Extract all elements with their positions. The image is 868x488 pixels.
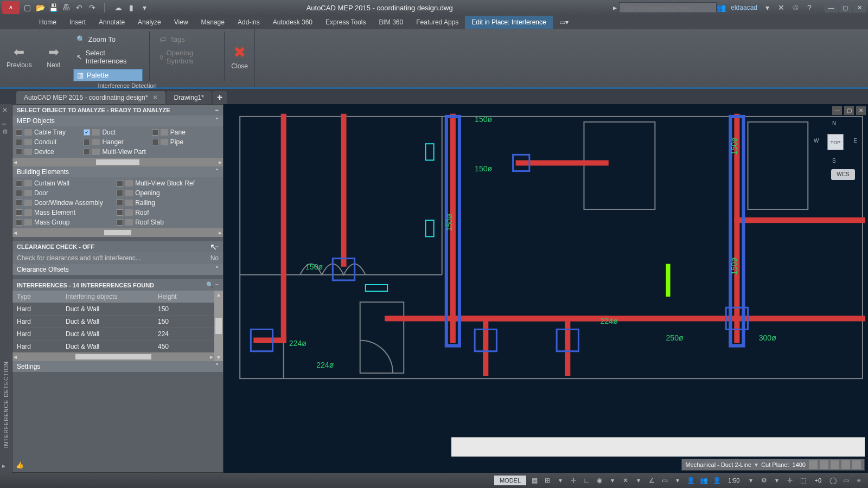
- a360-icon[interactable]: ♲: [791, 3, 800, 12]
- cube-icon[interactable]: ⬚: [798, 476, 808, 485]
- checkbox-item[interactable]: Cable Tray: [15, 127, 82, 137]
- checkbox-item[interactable]: Device: [15, 147, 82, 157]
- model-space-button[interactable]: MODEL: [494, 476, 526, 485]
- clearance-check-row[interactable]: Check for clearances and soft interferen…: [12, 252, 223, 264]
- gear-icon[interactable]: ⚙: [2, 128, 10, 136]
- circle-icon[interactable]: ◯: [828, 476, 838, 485]
- new-tab-button[interactable]: ✚: [213, 91, 227, 104]
- checkbox-icon[interactable]: [84, 149, 90, 155]
- print-icon[interactable]: 🖶: [62, 3, 71, 12]
- mep-objects-header[interactable]: MEP Objects˄: [12, 115, 223, 126]
- command-line[interactable]: [451, 437, 865, 457]
- isoplane-icon[interactable]: ◉: [595, 476, 604, 485]
- search-input[interactable]: [619, 2, 717, 13]
- checkbox-icon[interactable]: [16, 149, 22, 155]
- viewcube-s[interactable]: S: [832, 158, 836, 164]
- tab-home[interactable]: Home: [33, 16, 63, 29]
- new-icon[interactable]: ▢: [23, 3, 31, 12]
- display-icon-1[interactable]: [809, 460, 818, 469]
- undo-icon[interactable]: ↶: [75, 3, 84, 12]
- cutplane-value[interactable]: 1400: [793, 461, 806, 468]
- tab-view[interactable]: View: [168, 16, 195, 29]
- menu-icon[interactable]: ≡: [854, 476, 864, 485]
- table-row[interactable]: HardDuct & Wall450: [12, 340, 214, 352]
- viewcube-n[interactable]: N: [832, 120, 836, 126]
- col-height[interactable]: Height: [154, 291, 197, 303]
- table-row[interactable]: HardDuct & Wall224: [12, 328, 214, 340]
- interferences-header[interactable]: INTERFERENCES - 14 INTERFERENCES FOUND 🔍…: [12, 279, 223, 291]
- table-row[interactable]: HardDuct & Wall150: [12, 315, 214, 328]
- display-icon-5[interactable]: [852, 460, 861, 469]
- checkbox-icon[interactable]: [16, 209, 22, 216]
- snap-icon[interactable]: ⊞: [542, 476, 552, 485]
- building-elements-header[interactable]: Building Elements˄: [12, 166, 223, 177]
- save-icon[interactable]: 💾: [49, 3, 58, 12]
- checkbox-item[interactable]: Mass Element: [15, 208, 116, 217]
- checkbox-item[interactable]: Mass Group: [15, 217, 116, 227]
- chevron-up-icon[interactable]: ˄: [215, 117, 219, 125]
- checkbox-item[interactable]: Pane: [151, 127, 219, 137]
- checkbox-item[interactable]: Conduit: [15, 137, 82, 147]
- checkbox-item[interactable]: Multi-View Block Ref: [116, 178, 216, 188]
- annotation-scale[interactable]: +0: [811, 476, 825, 485]
- redo-icon[interactable]: ↷: [88, 3, 97, 12]
- zoom-icon[interactable]: 🔍: [206, 281, 214, 288]
- tab-featured[interactable]: Featured Apps: [410, 16, 465, 29]
- checkbox-item[interactable]: Opening: [116, 188, 216, 198]
- maximize-button[interactable]: ▢: [839, 3, 852, 12]
- collapse-icon[interactable]: −: [215, 243, 219, 250]
- app-logo[interactable]: A: [2, 1, 20, 14]
- tab-addins[interactable]: Add-ins: [231, 16, 266, 29]
- zoom-to-button[interactable]: 🔍Zoom To: [73, 34, 143, 45]
- clearance-header[interactable]: CLEARANCE CHECK - OFF−: [12, 241, 223, 252]
- checkbox-icon[interactable]: [117, 200, 123, 206]
- display-style-select[interactable]: Mechanical - Duct 2-Line: [685, 461, 751, 468]
- close-button[interactable]: ✕: [853, 3, 866, 12]
- checkbox-item[interactable]: Pipe: [151, 137, 219, 147]
- settings-row[interactable]: Settings˅: [12, 361, 223, 372]
- checkbox-icon[interactable]: [16, 129, 22, 136]
- drawing-canvas[interactable]: ― ▢ ✕ N S W E TOP WCS: [224, 104, 868, 473]
- close-panel-button[interactable]: ✖ Close: [224, 31, 250, 81]
- dropdown-icon[interactable]: ▾: [772, 476, 782, 485]
- file-tab[interactable]: Drawing1*: [167, 91, 212, 104]
- viewport-minimize-icon[interactable]: ―: [832, 106, 842, 115]
- open-icon[interactable]: 📂: [36, 3, 44, 12]
- play-icon[interactable]: ▸: [610, 3, 619, 12]
- tab-edit-in-place[interactable]: Edit in Place: Interference: [465, 16, 552, 29]
- checkbox-icon[interactable]: [117, 219, 123, 226]
- chevron-down-icon[interactable]: ˅: [215, 266, 219, 273]
- hscroll-mep[interactable]: ◂▸: [12, 158, 223, 166]
- person-icon[interactable]: 👤: [686, 476, 695, 485]
- col-objects[interactable]: Interfering objects: [61, 291, 154, 303]
- lineweight-icon[interactable]: ▭: [660, 476, 669, 485]
- viewcube-w[interactable]: W: [814, 138, 819, 144]
- vscroll-table[interactable]: ▴▾: [214, 291, 223, 361]
- person2-icon[interactable]: 👥: [699, 476, 709, 485]
- checkbox-item[interactable]: Door: [15, 188, 116, 198]
- checkbox-icon[interactable]: [117, 209, 123, 216]
- hscroll-bld[interactable]: ◂▸: [12, 228, 223, 237]
- checkbox-item[interactable]: Roof Slab: [116, 217, 216, 227]
- tab-insert[interactable]: Insert: [63, 16, 92, 29]
- signin-icon[interactable]: 👥: [717, 3, 725, 12]
- hscroll-table[interactable]: ◂▸: [12, 352, 214, 361]
- dropdown-icon[interactable]: ▾: [673, 476, 682, 485]
- chevron-down-icon[interactable]: ▾: [763, 3, 771, 12]
- viewport-maximize-icon[interactable]: ▢: [844, 106, 854, 115]
- next-button[interactable]: ➡ Next: [41, 31, 67, 81]
- collapse-icon[interactable]: −: [215, 281, 219, 288]
- pin-icon[interactable]: ⎯: [2, 117, 10, 125]
- polar-icon[interactable]: ∟: [582, 476, 591, 485]
- cloud-icon[interactable]: ☁: [114, 3, 123, 12]
- monitor-icon[interactable]: ▭: [841, 476, 851, 485]
- menu-icon[interactable]: ▸: [2, 462, 10, 470]
- wcs-button[interactable]: WCS: [831, 169, 855, 180]
- otrack-icon[interactable]: ∠: [647, 476, 656, 485]
- minimize-button[interactable]: ―: [825, 3, 838, 12]
- dropdown-icon[interactable]: ▾: [755, 461, 758, 468]
- user-name[interactable]: eldaacad: [731, 4, 757, 11]
- ortho-icon[interactable]: ✛: [569, 476, 578, 485]
- grid-icon[interactable]: ▦: [529, 476, 539, 485]
- checkbox-icon[interactable]: [117, 180, 123, 187]
